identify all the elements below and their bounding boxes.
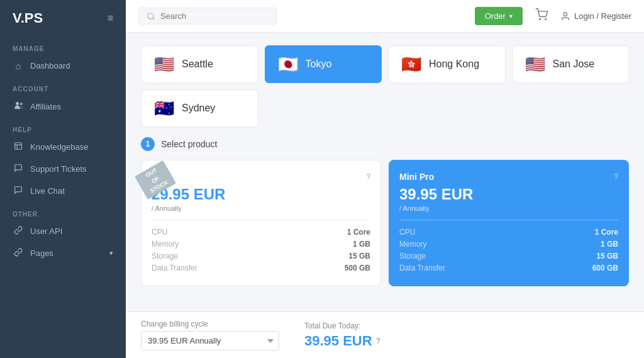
product-mini-pro-help-icon[interactable]: ? — [614, 172, 618, 181]
pages-icon — [13, 248, 24, 259]
location-sydney[interactable]: 🇦🇺 Sydney — [141, 89, 258, 127]
product-grid: OUTOFSTOCK Mini ? 29.95 EUR / Annually C… — [141, 160, 629, 286]
sidebar-item-knowledgebase[interactable]: Knowledgebase — [0, 136, 126, 158]
support-tickets-icon — [13, 164, 24, 174]
chevron-down-icon: ▾ — [109, 249, 113, 257]
location-san-jose[interactable]: 🇺🇸 San Jose — [512, 45, 630, 83]
total-due-amount: 39.95 EUR ? — [304, 333, 380, 349]
sidebar-item-label-dashboard: Dashboard — [30, 61, 70, 70]
sidebar-item-affiliates[interactable]: Affiliates — [0, 95, 126, 118]
section-other: OTHER — [0, 202, 126, 220]
step-text: Select product — [161, 139, 218, 149]
product-mini-pro-price: 39.95 EUR — [399, 186, 618, 203]
product-mini-pro-cpu: CPU 1 Core — [399, 228, 618, 237]
step-number: 1 — [141, 137, 155, 151]
sidebar-item-support-tickets[interactable]: Support Tickets — [0, 158, 126, 180]
order-chevron-icon: ▾ — [509, 13, 513, 20]
total-due-label: Total Due Today: — [304, 322, 380, 330]
order-button[interactable]: Order ▾ — [475, 7, 523, 25]
total-help-icon[interactable]: ? — [376, 337, 380, 345]
sidebar-item-label-user-api: User API — [30, 227, 62, 236]
location-name-hong-kong: Hong Kong — [429, 59, 479, 70]
product-mini-pro-storage: Storage 15 GB — [399, 252, 618, 260]
sidebar-item-label-support-tickets: Support Tickets — [30, 164, 87, 174]
product-mini-pro-memory: Memory 1 GB — [399, 240, 618, 249]
svg-line-6 — [153, 18, 155, 20]
sidebar: V.PS ≡ MANAGE ⌂ Dashboard ACCOUNT Affili… — [0, 0, 126, 358]
main-content: Order ▾ Login / Register 🇺🇸 Seattle 🇯🇵 T… — [126, 0, 644, 358]
location-name-sydney: Sydney — [182, 103, 215, 114]
svg-point-7 — [540, 19, 541, 20]
search-input[interactable] — [160, 11, 261, 21]
step-label: 1 Select product — [141, 137, 629, 151]
flag-sydney: 🇦🇺 — [154, 100, 174, 116]
location-name-san-jose: San Jose — [553, 59, 595, 70]
product-mini-price: 29.95 EUR — [152, 186, 370, 203]
svg-rect-2 — [15, 143, 22, 150]
svg-point-5 — [148, 13, 153, 18]
product-mini-transfer: Data Transfer 500 GB — [152, 264, 370, 272]
sidebar-item-dashboard[interactable]: ⌂ Dashboard — [0, 55, 126, 77]
hamburger-icon[interactable]: ≡ — [108, 13, 113, 24]
login-register-button[interactable]: Login / Register — [560, 11, 631, 21]
billing-cycle-section: Change billing cycle 39.95 EUR Annually … — [141, 320, 279, 350]
sidebar-item-label-pages: Pages — [30, 249, 53, 258]
cart-icon[interactable] — [530, 6, 553, 26]
product-mini-pro-name: Mini Pro — [399, 172, 434, 182]
section-manage: MANAGE — [0, 36, 126, 55]
product-mini-memory: Memory 1 GB — [152, 240, 370, 249]
flag-hong-kong: 🇭🇰 — [401, 56, 421, 72]
search-wrap — [138, 8, 277, 25]
billing-cycle-label: Change billing cycle — [141, 320, 279, 328]
location-name-tokyo: Tokyo — [306, 59, 332, 70]
sidebar-item-pages[interactable]: Pages ▾ — [0, 242, 126, 264]
sidebar-item-live-chat[interactable]: Live Chat — [0, 180, 126, 202]
location-seattle[interactable]: 🇺🇸 Seattle — [141, 45, 258, 83]
order-label: Order — [485, 11, 506, 21]
user-api-icon — [13, 226, 24, 237]
logo-text: V.PS — [13, 10, 43, 26]
product-mini-help-icon[interactable]: ? — [366, 172, 370, 181]
product-mini-divider — [152, 220, 370, 220]
svg-point-9 — [564, 13, 567, 16]
search-icon — [147, 12, 155, 21]
flag-tokyo: 🇯🇵 — [278, 56, 298, 72]
product-mini-pro-transfer: Data Transfer 600 GB — [399, 264, 618, 272]
billing-cycle-select[interactable]: 39.95 EUR Annually Monthly — [141, 331, 279, 350]
sidebar-item-label-affiliates: Affiliates — [30, 102, 61, 111]
location-grid: 🇺🇸 Seattle 🇯🇵 Tokyo 🇭🇰 Hong Kong 🇺🇸 San … — [141, 45, 629, 127]
location-tokyo[interactable]: 🇯🇵 Tokyo — [265, 45, 382, 83]
flag-san-jose: 🇺🇸 — [525, 56, 545, 72]
section-account: ACCOUNT — [0, 77, 126, 95]
flag-seattle: 🇺🇸 — [154, 56, 174, 72]
sidebar-logo: V.PS ≡ — [0, 0, 126, 36]
dashboard-icon: ⌂ — [13, 60, 24, 71]
login-register-label: Login / Register — [574, 11, 631, 21]
sidebar-item-label-live-chat: Live Chat — [30, 186, 65, 196]
total-due-section: Total Due Today: 39.95 EUR ? — [304, 322, 380, 349]
location-hong-kong[interactable]: 🇭🇰 Hong Kong — [388, 45, 506, 83]
affiliates-icon — [13, 101, 24, 112]
svg-point-1 — [20, 103, 23, 105]
product-mini-period: / Annually — [152, 204, 370, 212]
total-amount-value: 39.95 EUR — [304, 333, 372, 349]
product-mini[interactable]: OUTOFSTOCK Mini ? 29.95 EUR / Annually C… — [141, 160, 381, 286]
sidebar-item-label-knowledgebase: Knowledgebase — [30, 142, 89, 152]
header: Order ▾ Login / Register — [126, 0, 644, 33]
page-content: 🇺🇸 Seattle 🇯🇵 Tokyo 🇭🇰 Hong Kong 🇺🇸 San … — [126, 33, 644, 311]
sidebar-item-user-api[interactable]: User API — [0, 220, 126, 242]
location-name-seattle: Seattle — [182, 59, 213, 70]
product-mini-pro-header: Mini Pro ? — [399, 172, 618, 182]
product-mini-pro-divider — [399, 220, 618, 220]
product-mini-cpu: CPU 1 Core — [152, 228, 370, 237]
live-chat-icon — [13, 186, 24, 196]
knowledgebase-icon — [13, 142, 24, 152]
product-mini-pro[interactable]: Mini Pro ? 39.95 EUR / Annually CPU 1 Co… — [389, 160, 629, 286]
product-mini-header: Mini ? — [152, 172, 370, 182]
section-help: HELP — [0, 118, 126, 136]
billing-bar: Change billing cycle 39.95 EUR Annually … — [126, 311, 644, 358]
product-mini-storage: Storage 15 GB — [152, 252, 370, 260]
svg-point-0 — [16, 102, 19, 105]
svg-point-8 — [545, 19, 547, 20]
product-mini-pro-period: / Annually — [399, 204, 618, 212]
